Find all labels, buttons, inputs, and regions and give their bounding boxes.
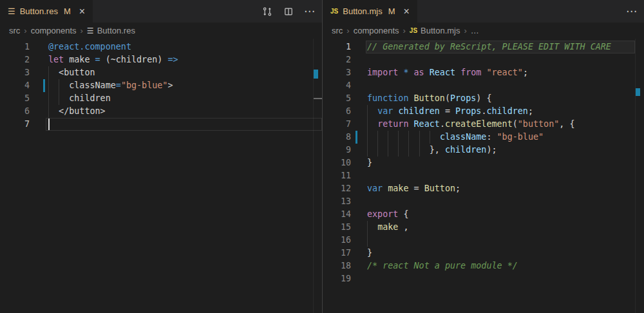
code-line[interactable]: 8 className: "bg-blue" <box>323 131 644 144</box>
more-actions-icon[interactable]: ⋯ <box>304 6 316 17</box>
tab-bar-right: JS Button.mjs M × ⋯ <box>323 0 644 23</box>
ruler-cursor-mark <box>314 98 322 99</box>
breadcrumb-item-src[interactable]: src <box>332 26 343 35</box>
overview-ruler[interactable] <box>313 39 322 313</box>
code-line[interactable]: 6 var children = Props.children; <box>323 105 644 118</box>
line-number: 6 <box>323 105 351 118</box>
line-number: 14 <box>323 208 351 221</box>
code-editor-res[interactable]: 1@react.component2let make = (~children)… <box>0 39 322 313</box>
indent-guide <box>367 221 368 234</box>
chevron-right-icon: › <box>403 26 406 35</box>
indent-guide <box>377 144 378 156</box>
code-line[interactable]: 12var make = Button; <box>323 182 644 195</box>
code-text: /* react Not a pure module */ <box>367 260 644 272</box>
code-text <box>367 169 644 182</box>
code-line[interactable]: 19 <box>323 272 644 285</box>
overview-ruler[interactable] <box>635 39 644 313</box>
line-number: 5 <box>0 92 30 105</box>
tab-button-res[interactable]: ☰ Button.res M × <box>0 0 93 23</box>
code-line[interactable]: 15 make , <box>323 221 644 234</box>
line-number: 2 <box>0 53 30 66</box>
code-line[interactable]: 11 <box>323 169 644 182</box>
breadcrumb-item-components[interactable]: components <box>31 26 77 35</box>
gutter-modified-marker <box>355 131 357 144</box>
code-text <box>367 53 644 66</box>
code-text: <button <box>48 66 322 79</box>
code-text <box>367 79 644 92</box>
gutter <box>351 118 367 131</box>
line-number: 10 <box>323 156 351 169</box>
editor-group-left: ☰ Button.res M × <box>0 0 322 313</box>
breadcrumb-item-symbol-more[interactable]: … <box>471 26 479 35</box>
code-line[interactable]: 1@react.component <box>0 41 322 53</box>
gutter <box>351 105 367 118</box>
breadcrumb-item-file[interactable]: Button.res <box>97 26 135 35</box>
line-number: 13 <box>323 195 351 208</box>
open-changes-icon[interactable] <box>261 6 273 17</box>
tab-label: Button.res <box>20 6 58 16</box>
code-line[interactable]: 9 }, children); <box>323 144 644 156</box>
code-line[interactable]: 4 <box>323 79 644 92</box>
line-number: 2 <box>323 53 351 66</box>
gutter <box>351 234 367 247</box>
ruler-modified-mark <box>636 88 640 96</box>
gutter <box>30 41 48 53</box>
more-actions-icon[interactable]: ⋯ <box>626 6 638 17</box>
modified-badge: M <box>64 6 71 16</box>
gutter <box>30 79 48 92</box>
code-text: export { <box>367 208 644 221</box>
code-line[interactable]: 3import * as React from "react"; <box>323 66 644 79</box>
code-line[interactable]: 16 <box>323 234 644 247</box>
gutter <box>30 118 48 131</box>
code-line[interactable]: 10} <box>323 156 644 169</box>
editor-workbench: ☰ Button.res M × <box>0 0 644 313</box>
breadcrumb-item-file[interactable]: Button.mjs <box>421 26 460 35</box>
tab-actions-left: ⋯ <box>261 0 316 23</box>
code-line[interactable]: 7 return React.createElement("button", { <box>323 118 644 131</box>
gutter <box>351 221 367 234</box>
gutter <box>351 169 367 182</box>
code-line[interactable]: 6 </button> <box>0 105 322 118</box>
split-editor-icon[interactable] <box>283 6 294 17</box>
breadcrumb-right: src › components › JS Button.mjs › … <box>323 23 644 39</box>
code-text: return React.createElement("button", { <box>367 118 644 131</box>
code-text: </button> <box>48 105 322 118</box>
code-line[interactable]: 13 <box>323 195 644 208</box>
code-line[interactable]: 14export { <box>323 208 644 221</box>
text-cursor <box>48 119 50 130</box>
code-line[interactable]: 7 <box>0 118 322 131</box>
code-line[interactable]: 2 <box>323 53 644 66</box>
code-line[interactable]: 3 <button <box>0 66 322 79</box>
code-line[interactable]: 4 className="bg-blue"> <box>0 79 322 92</box>
code-text: children <box>48 92 322 105</box>
indent-guide <box>377 131 378 144</box>
code-text: var make = Button; <box>367 182 644 195</box>
indent-guide <box>367 118 368 131</box>
breadcrumb-item-components[interactable]: components <box>354 26 399 35</box>
code-line[interactable]: 5 children <box>0 92 322 105</box>
breadcrumb-item-src[interactable]: src <box>9 26 20 35</box>
close-icon[interactable]: × <box>404 6 410 17</box>
line-number: 3 <box>323 66 351 79</box>
code-editor-mjs[interactable]: 1// Generated by ReScript, PLEASE EDIT W… <box>323 39 644 313</box>
code-line[interactable]: 1// Generated by ReScript, PLEASE EDIT W… <box>323 41 644 53</box>
gutter <box>351 156 367 169</box>
chevron-right-icon: › <box>24 26 26 35</box>
close-icon[interactable]: × <box>79 6 85 17</box>
file-lines-icon: ☰ <box>87 26 94 35</box>
gutter <box>351 208 367 221</box>
indent-guide <box>367 234 368 247</box>
code-line[interactable]: 17} <box>323 247 644 260</box>
line-number: 9 <box>323 144 351 156</box>
tab-button-mjs[interactable]: JS Button.mjs M × <box>323 0 417 23</box>
editor-group-right: JS Button.mjs M × ⋯ src › components › J… <box>323 0 644 313</box>
indent-guide <box>48 79 49 92</box>
code-line[interactable]: 18/* react Not a pure module */ <box>323 260 644 272</box>
code-line[interactable]: 5function Button(Props) { <box>323 92 644 105</box>
code-text: className="bg-blue"> <box>48 79 322 92</box>
code-text: make , <box>367 221 644 234</box>
line-number: 11 <box>323 169 351 182</box>
code-line[interactable]: 2let make = (~children) => <box>0 53 322 66</box>
tab-actions-right: ⋯ <box>626 0 638 23</box>
gutter <box>351 272 367 285</box>
